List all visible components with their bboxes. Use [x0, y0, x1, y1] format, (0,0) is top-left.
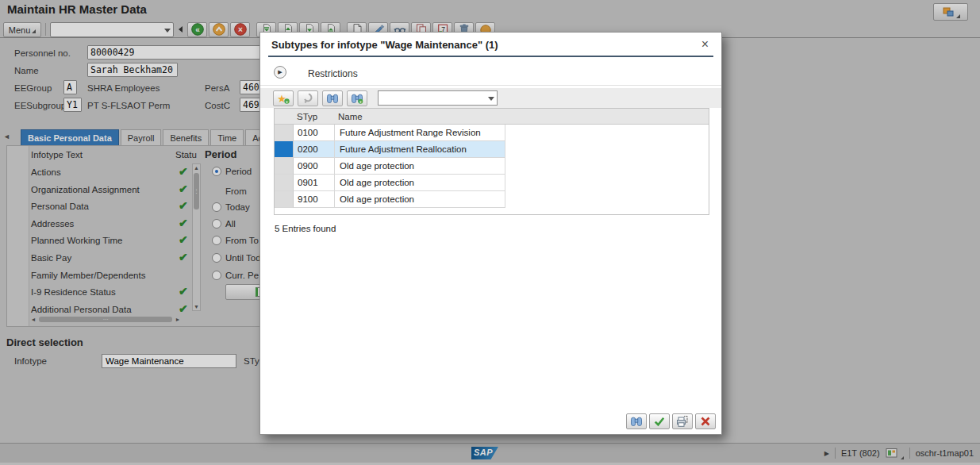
name-cell[interactable]: Future Adjustment Reallocation [335, 141, 505, 158]
screen: Maintain HR Master Data Menu «×7 Personn… [0, 0, 980, 465]
table-header-row: STyp Name [275, 109, 709, 125]
row-selector-cell[interactable] [275, 141, 294, 158]
styp-cell[interactable]: 0900 [294, 158, 335, 175]
dialog-title-underline [268, 56, 713, 57]
dialog-title: Subtypes for infotype "Wage Maintenance"… [271, 39, 498, 51]
styp-cell[interactable]: 0901 [294, 175, 335, 191]
dialog-filter-input[interactable] [379, 91, 497, 105]
dialog-separator [260, 85, 721, 86]
subtypes-table: STyp Name 0100Future Adjustment Range Re… [274, 108, 709, 215]
add-favorite-icon: ★+ [276, 92, 290, 105]
find-next-button[interactable]: + [347, 90, 367, 106]
expand-restrictions-button[interactable]: ▶ [274, 66, 286, 79]
styp-cell[interactable]: 0200 [294, 141, 335, 158]
row-selector-cell[interactable] [275, 175, 294, 191]
table-row[interactable]: 0900Old age protection [275, 158, 505, 175]
accept-icon [653, 415, 666, 428]
find-icon [326, 92, 339, 105]
dialog-filter-combobox[interactable] [378, 90, 498, 106]
name-column-header: Name [338, 112, 363, 121]
row-selector-cell[interactable] [275, 158, 294, 175]
table-row[interactable]: 9100Old age protection [275, 191, 505, 208]
dialog-footer-buttons [626, 413, 716, 429]
styp-cell[interactable]: 0100 [294, 125, 335, 141]
table-row[interactable]: 0901Old age protection [275, 175, 505, 191]
entries-found-text: 5 Entries found [275, 224, 336, 233]
restrictions-label: Restrictions [308, 68, 358, 79]
styp-column-header: STyp [297, 112, 317, 121]
name-cell[interactable]: Future Adjustment Range Revision [335, 125, 505, 141]
row-selector-cell[interactable] [275, 125, 294, 141]
hold-icon [302, 92, 314, 105]
dialog-toolbar-icons: ★++ [273, 90, 367, 106]
print-button[interactable] [672, 413, 693, 429]
table-row[interactable]: 0200Future Adjustment Reallocation [275, 141, 505, 158]
find-button[interactable] [322, 90, 343, 106]
row-selector-cell[interactable] [275, 191, 294, 208]
table-row[interactable]: 0100Future Adjustment Range Revision [275, 125, 505, 141]
name-cell[interactable]: Old age protection [335, 191, 505, 208]
add-favorite-button[interactable]: ★+ [273, 90, 294, 106]
cancel-x-icon [699, 415, 712, 428]
hold-button[interactable] [298, 90, 318, 106]
find-next-icon: + [351, 92, 363, 105]
styp-cell[interactable]: 9100 [294, 191, 335, 208]
find-icon [630, 415, 643, 428]
cancel-button[interactable] [695, 413, 716, 429]
print-icon [676, 415, 689, 428]
accept-button[interactable] [649, 413, 670, 429]
svg-text:+: + [359, 99, 362, 104]
close-icon[interactable]: × [701, 37, 709, 52]
combobox-caret-icon[interactable] [488, 97, 494, 101]
name-cell[interactable]: Old age protection [335, 175, 505, 191]
svg-text:+: + [286, 98, 289, 103]
name-cell[interactable]: Old age protection [335, 158, 505, 175]
find-button[interactable] [626, 413, 647, 429]
dialog-toolbar: ★++ [260, 88, 721, 108]
subtypes-dialog: Subtypes for infotype "Wage Maintenance"… [259, 32, 722, 435]
